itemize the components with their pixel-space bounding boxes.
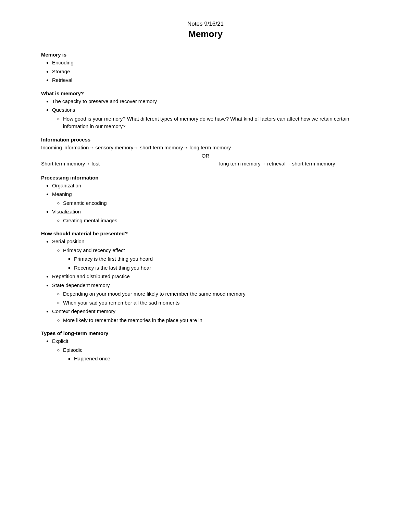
- episodic-sublist: Happened once: [74, 355, 370, 363]
- list-item: State dependent memory Depending on your…: [52, 282, 370, 307]
- context-dependent-sublist: More likely to remember the memories in …: [63, 317, 370, 324]
- list-item: Explicit Episodic Happened once: [52, 337, 370, 363]
- state-dependent-sublist: Depending on your mood your more likely …: [63, 290, 370, 307]
- section-heading-how-presented: How should material be presented?: [41, 231, 370, 236]
- section-heading-information-process: Information process: [41, 137, 370, 143]
- serial-position-sublist: Primacy and recency effect Primacy is th…: [63, 247, 370, 272]
- section-information-process: Information process Incoming information…: [41, 137, 370, 169]
- list-item: Questions How good is your memory? What …: [52, 106, 370, 131]
- section-heading-memory-is: Memory is: [41, 52, 370, 58]
- info-process-or: OR: [41, 153, 370, 159]
- list-item: Creating mental images: [63, 217, 370, 225]
- list-item: When your sad you remember all the sad m…: [63, 299, 370, 307]
- meaning-sublist: Semantic encoding: [63, 199, 370, 207]
- list-item: Retrieval: [52, 76, 370, 84]
- list-item: Organization: [52, 182, 370, 190]
- what-is-memory-list: The capacity to preserve and recover mem…: [52, 98, 370, 131]
- page-subtitle: Notes 9/16/21: [41, 21, 370, 27]
- list-item: Storage: [52, 68, 370, 76]
- section-heading-types-long-term: Types of long-term memory: [41, 330, 370, 336]
- explicit-sublist: Episodic Happened once: [63, 346, 370, 363]
- page-header: Notes 9/16/21 Memory: [41, 21, 370, 39]
- list-item: Primacy is the first thing you heard: [74, 255, 370, 263]
- list-item: Serial position Primacy and recency effe…: [52, 238, 370, 272]
- list-item: Encoding: [52, 59, 370, 67]
- how-presented-list: Serial position Primacy and recency effe…: [52, 238, 370, 324]
- list-item: Depending on your mood your more likely …: [63, 290, 370, 298]
- info-process-right: long term memory→ retrieval→ short term …: [219, 160, 370, 168]
- section-types-long-term: Types of long-term memory Explicit Episo…: [41, 330, 370, 363]
- visualization-sublist: Creating mental images: [63, 217, 370, 225]
- info-process-left: Short term memory→ lost: [41, 160, 192, 168]
- info-process-line1: Incoming information→ sensory memory→ sh…: [41, 144, 370, 152]
- list-item: Primacy and recency effect Primacy is th…: [63, 247, 370, 272]
- list-item: The capacity to preserve and recover mem…: [52, 98, 370, 106]
- types-long-term-list: Explicit Episodic Happened once: [52, 337, 370, 363]
- list-item: Episodic Happened once: [63, 346, 370, 363]
- memory-is-list: Encoding Storage Retrieval: [52, 59, 370, 84]
- list-item: Context dependent memory More likely to …: [52, 308, 370, 324]
- info-process-line3: Short term memory→ lost long term memory…: [41, 160, 370, 169]
- list-item: How good is your memory? What different …: [63, 115, 370, 131]
- section-memory-is: Memory is Encoding Storage Retrieval: [41, 52, 370, 84]
- list-item: Visualization Creating mental images: [52, 208, 370, 224]
- section-processing-information: Processing information Organization Mean…: [41, 175, 370, 225]
- page-title: Memory: [41, 29, 370, 39]
- list-item: Semantic encoding: [63, 199, 370, 207]
- section-how-presented: How should material be presented? Serial…: [41, 231, 370, 324]
- primacy-recency-sublist: Primacy is the first thing you heard Rec…: [74, 255, 370, 272]
- section-heading-what-is-memory: What is memory?: [41, 90, 370, 96]
- questions-sublist: How good is your memory? What different …: [63, 115, 370, 131]
- list-item: Recency is the last thing you hear: [74, 264, 370, 272]
- list-item: Repetition and distributed practice: [52, 273, 370, 281]
- list-item: More likely to remember the memories in …: [63, 317, 370, 324]
- processing-info-list: Organization Meaning Semantic encoding V…: [52, 182, 370, 225]
- list-item: Happened once: [74, 355, 370, 363]
- list-item: Meaning Semantic encoding: [52, 190, 370, 207]
- section-what-is-memory: What is memory? The capacity to preserve…: [41, 90, 370, 131]
- section-heading-processing-information: Processing information: [41, 175, 370, 181]
